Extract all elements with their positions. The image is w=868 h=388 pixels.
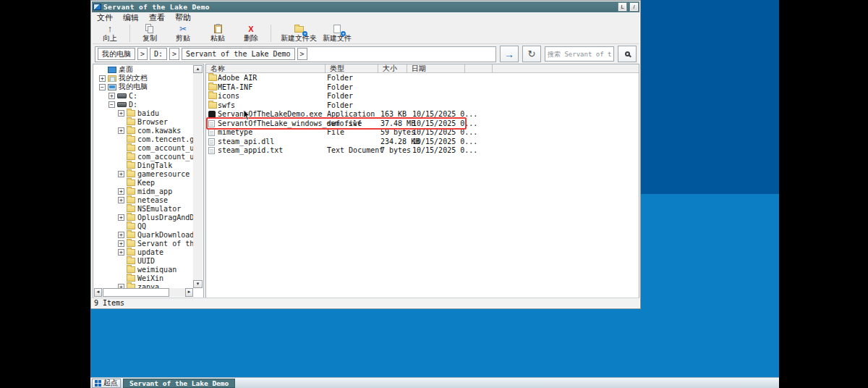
menu-edit[interactable]: 编辑	[123, 12, 139, 23]
tree-item[interactable]: WeiXin	[94, 274, 193, 282]
tree-item[interactable]: com_account_userce	[94, 143, 193, 152]
tree-item[interactable]: +Servant of the Lak	[94, 239, 193, 248]
tree-item[interactable]: +netease	[94, 195, 193, 204]
breadcrumb-separator[interactable]: >	[297, 48, 307, 60]
cut-button[interactable]: ✂ 剪贴	[170, 22, 196, 43]
tree-item[interactable]: +baidu	[94, 109, 193, 117]
tree-item[interactable]: +zapya	[94, 282, 193, 288]
scroll-down-icon[interactable]: ▼	[193, 280, 203, 288]
desktop: Servant of the Lake Demo L / 文件 编辑 查看 帮助…	[90, 0, 779, 388]
tree-item[interactable]: +QuarkDownloads	[94, 230, 193, 239]
column-header-name[interactable]: 名称	[206, 64, 326, 73]
column-header-date[interactable]: 日期	[407, 64, 465, 73]
folder-icon	[208, 75, 217, 81]
menu-file[interactable]: 文件	[97, 12, 113, 23]
copy-button[interactable]: 复制	[137, 22, 163, 43]
file-size: 37.48 MB	[380, 119, 415, 129]
expand-icon[interactable]: +	[118, 171, 124, 177]
file-row[interactable]: Adobe AIRFolder	[206, 74, 639, 83]
tree-item[interactable]: com_account_userce	[94, 152, 193, 161]
expand-icon[interactable]: +	[118, 214, 124, 221]
tree-item[interactable]: −我的电脑	[94, 83, 193, 91]
column-header-size[interactable]: 大小	[378, 64, 407, 73]
tree-item[interactable]: Keep	[94, 178, 193, 187]
breadcrumb-drive-d[interactable]: D:	[150, 48, 167, 60]
file-row[interactable]: ServantOfTheLake_windows_demo.swfswf fil…	[206, 119, 639, 129]
scrollbar-thumb[interactable]	[103, 288, 169, 297]
up-button[interactable]: ↑ 向上	[97, 22, 123, 43]
scroll-right-icon[interactable]: ►	[185, 288, 193, 297]
breadcrumb-my-computer[interactable]: 我的电脑	[98, 48, 135, 60]
file-type: Application	[327, 110, 375, 119]
tree-item[interactable]: +com.kawaks	[94, 126, 193, 135]
breadcrumb-separator[interactable]: >	[137, 48, 148, 60]
tree-item[interactable]: +gameresource	[94, 169, 193, 178]
new-file-button[interactable]: + 新建文件	[320, 22, 354, 43]
tree-item[interactable]: com.tencent.game	[94, 135, 193, 143]
menu-view[interactable]: 查看	[149, 12, 165, 23]
file-name: icons	[218, 92, 239, 101]
tree-item[interactable]: QQ	[94, 222, 193, 230]
file-row[interactable]: mimetypeFile59 bytes10/15/2025 0...	[206, 128, 639, 138]
refresh-button[interactable]: ↻	[522, 46, 541, 62]
expand-icon[interactable]: +	[118, 188, 124, 195]
tree-horizontal-scrollbar[interactable]: ◄ ►	[94, 288, 193, 297]
collapse-icon[interactable]: −	[99, 84, 106, 90]
column-header-type[interactable]: 类型	[326, 64, 378, 73]
file-row[interactable]: ServantOfTheLakeDemo.exeApplication163 K…	[206, 110, 639, 119]
search-button[interactable]	[618, 46, 637, 62]
file-row[interactable]: steam_appid.txtText Document7 bytes10/15…	[206, 146, 639, 156]
taskbar-task-button[interactable]: Servant of the Lake Demo	[123, 379, 235, 388]
tree-item[interactable]: −D:	[94, 100, 193, 109]
expand-icon[interactable]: +	[118, 127, 124, 134]
tree-item[interactable]: DingTalk	[94, 161, 193, 169]
status-bar: 9 Items	[92, 298, 639, 308]
address-row: 我的电脑 > D: > Servant of the Lake Demo > →…	[93, 44, 639, 64]
tree-item-label: QQ	[137, 222, 146, 230]
delete-button[interactable]: X 删除	[238, 22, 264, 43]
expand-icon[interactable]: +	[118, 110, 124, 117]
expand-icon[interactable]: +	[118, 197, 124, 203]
new-file-icon: +	[331, 24, 343, 34]
breadcrumb-separator[interactable]: >	[169, 48, 179, 60]
tree-item[interactable]: +C:	[94, 91, 193, 100]
paste-button[interactable]: 粘贴	[205, 22, 231, 43]
file-row[interactable]: swfsFolder	[206, 101, 639, 111]
start-button[interactable]: 起点	[92, 379, 121, 388]
tree-item[interactable]: weimiquan	[94, 265, 193, 274]
delete-icon: X	[245, 24, 257, 34]
tree-item[interactable]: +midm_app	[94, 187, 193, 195]
tree-indent	[118, 119, 124, 125]
column-header-empty[interactable]	[465, 64, 493, 73]
tree-item[interactable]: UUID	[94, 256, 193, 265]
file-row[interactable]: iconsFolder	[206, 92, 639, 101]
expand-icon[interactable]: +	[118, 249, 124, 256]
menu-help[interactable]: 帮助	[175, 12, 191, 23]
tree-indent	[118, 180, 124, 186]
file-date: 10/15/2025 0...	[412, 119, 477, 129]
close-button[interactable]: /	[630, 3, 638, 11]
folder-icon	[127, 206, 135, 212]
tree-vertical-scrollbar[interactable]: ▲ ▼	[193, 65, 203, 288]
tree-item[interactable]: Browser	[94, 117, 193, 126]
new-folder-icon: +	[293, 24, 305, 34]
expand-icon[interactable]: +	[99, 75, 106, 82]
collapse-icon[interactable]: −	[109, 101, 115, 108]
expand-icon[interactable]: +	[118, 232, 124, 238]
expand-icon[interactable]: +	[109, 93, 115, 99]
scroll-up-icon[interactable]: ▲	[193, 65, 203, 73]
go-button[interactable]: →	[500, 46, 519, 62]
breadcrumb-current-folder[interactable]: Servant of the Lake Demo	[182, 48, 295, 60]
scroll-left-icon[interactable]: ◄	[94, 288, 102, 297]
minimize-button[interactable]: L	[618, 3, 626, 11]
file-row[interactable]: steam_api.dll234.28 KB10/15/2025 0...	[206, 138, 639, 147]
search-input[interactable]	[545, 46, 614, 62]
tree-item[interactable]: +OplusDragAndDrop	[94, 213, 193, 222]
expand-icon[interactable]: +	[118, 240, 124, 247]
tree-item[interactable]: +update	[94, 248, 193, 256]
title-bar[interactable]: Servant of the Lake Demo L /	[92, 1, 639, 12]
file-row[interactable]: META-INFFolder	[206, 83, 639, 93]
tree-indent	[118, 275, 124, 282]
new-folder-button[interactable]: + 新建文件夹	[278, 22, 320, 43]
tree-item[interactable]: NSEmulator	[94, 204, 193, 213]
